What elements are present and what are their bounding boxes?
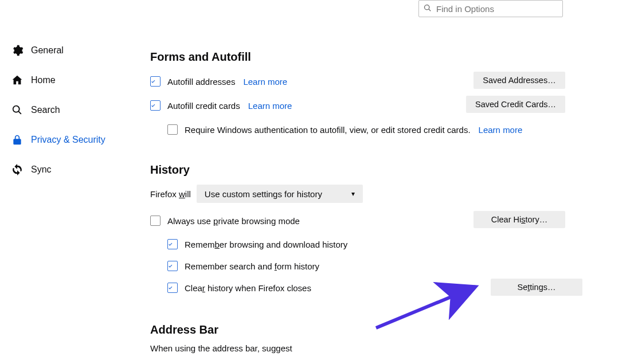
history-settings-button[interactable]: Settings… xyxy=(491,279,582,296)
search-icon xyxy=(424,4,432,14)
learn-more-link[interactable]: Learn more xyxy=(248,101,292,111)
home-icon xyxy=(10,73,24,87)
sidebar-item-label: Home xyxy=(31,75,56,85)
saved-addresses-button[interactable]: Saved Addresses… xyxy=(473,72,565,89)
history-sub-options: Remember browsing and download history R… xyxy=(150,235,565,297)
remember-search-checkbox[interactable] xyxy=(167,261,178,271)
always-private-checkbox[interactable] xyxy=(150,216,161,226)
address-bar-section: Address Bar When using the address bar, … xyxy=(150,323,565,353)
remember-search-row: Remember search and form history xyxy=(167,257,565,275)
autofill-addresses-checkbox[interactable] xyxy=(150,76,161,87)
autofill-cards-row: Autofill credit cards Learn more Saved C… xyxy=(150,96,565,115)
lock-icon xyxy=(10,133,24,147)
clear-on-close-checkbox[interactable] xyxy=(167,283,178,293)
sync-icon xyxy=(10,163,24,177)
require-auth-checkbox[interactable] xyxy=(167,124,178,135)
history-section: History Firefox will Use custom settings… xyxy=(150,163,565,297)
learn-more-link[interactable]: Learn more xyxy=(243,77,287,87)
firefox-will-label: Firefox will xyxy=(150,189,191,199)
sidebar-item-label: Privacy & Security xyxy=(31,135,105,145)
chevron-down-icon: ▾ xyxy=(351,190,355,198)
settings-sidebar: General Home Search Privacy & Security S… xyxy=(8,36,134,185)
autofill-addresses-row: Autofill addresses Learn more Saved Addr… xyxy=(150,72,565,91)
main-content: Forms and Autofill Autofill addresses Le… xyxy=(150,50,565,353)
sidebar-item-sync[interactable]: Sync xyxy=(8,155,134,185)
history-mode-select[interactable]: Use custom settings for history ▾ xyxy=(197,185,363,203)
remember-browsing-row: Remember browsing and download history xyxy=(167,235,565,253)
always-private-label: Always use private browsing mode xyxy=(167,216,300,226)
sidebar-item-general[interactable]: General xyxy=(8,36,134,65)
sidebar-item-label: Sync xyxy=(31,165,52,175)
address-bar-heading: Address Bar xyxy=(150,323,565,336)
autofill-cards-label: Autofill credit cards xyxy=(167,101,240,111)
clear-on-close-row: Clear history when Firefox closes Settin… xyxy=(167,279,565,297)
autofill-cards-checkbox[interactable] xyxy=(150,100,161,111)
sidebar-item-home[interactable]: Home xyxy=(8,65,134,95)
require-auth-label: Require Windows authentication to autofi… xyxy=(185,125,471,135)
learn-more-link[interactable]: Learn more xyxy=(479,125,523,135)
gear-icon xyxy=(10,44,24,57)
find-in-options-field[interactable] xyxy=(418,0,563,17)
autofill-addresses-label: Autofill addresses xyxy=(167,77,235,87)
clear-on-close-label: Clear history when Firefox closes xyxy=(185,283,311,293)
search-icon xyxy=(10,103,24,117)
sidebar-item-label: Search xyxy=(31,105,60,115)
find-in-options-input[interactable] xyxy=(435,3,558,14)
address-bar-subline: When using the address bar, suggest xyxy=(150,343,565,353)
forms-autofill-heading: Forms and Autofill xyxy=(150,50,565,64)
remember-search-label: Remember search and form history xyxy=(185,261,319,271)
sidebar-item-privacy[interactable]: Privacy & Security xyxy=(8,125,134,155)
remember-browsing-label: Remember browsing and download history xyxy=(185,240,347,249)
history-mode-row: Firefox will Use custom settings for his… xyxy=(150,185,565,203)
require-auth-row: Require Windows authentication to autofi… xyxy=(150,120,565,139)
saved-cards-button[interactable]: Saved Credit Cards… xyxy=(466,96,565,113)
sidebar-item-search[interactable]: Search xyxy=(8,95,134,125)
history-heading: History xyxy=(150,163,565,177)
history-mode-value: Use custom settings for history xyxy=(205,189,322,199)
sidebar-item-label: General xyxy=(31,45,64,56)
clear-history-button[interactable]: Clear History… xyxy=(473,211,565,228)
always-private-row: Always use private browsing mode Clear H… xyxy=(150,211,565,230)
remember-browsing-checkbox[interactable] xyxy=(167,239,178,249)
